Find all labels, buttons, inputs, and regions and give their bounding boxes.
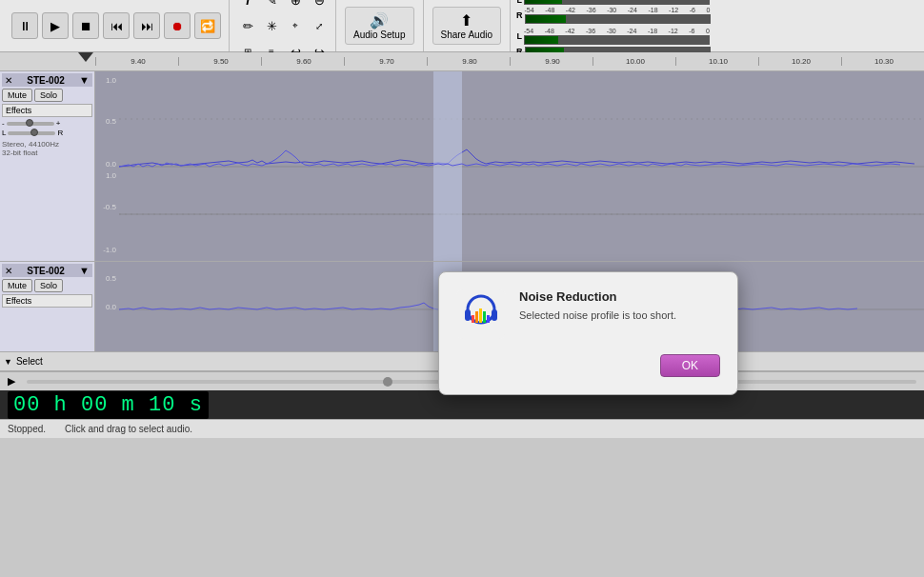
vu-r-label: R	[516, 10, 523, 20]
track-2-close-icon[interactable]: ✕	[5, 266, 12, 276]
svg-rect-22	[483, 311, 486, 323]
track-2-solo-button[interactable]: Solo	[34, 279, 63, 292]
audacity-icon	[456, 289, 506, 339]
dialog-text-area: Noise Reduction Selected noise profile i…	[519, 289, 676, 321]
track-1-effects-button[interactable]: Effects	[2, 104, 92, 117]
ruler-mark: 9.40	[95, 57, 178, 66]
dialog-title: Noise Reduction	[519, 289, 676, 304]
vu-l2-label: L	[517, 31, 523, 41]
ruler-mark: 10.20	[758, 57, 841, 66]
share-audio-label: Share Audio	[441, 30, 493, 40]
svg-rect-21	[479, 308, 482, 323]
track-1-info: Stereo, 44100Hz 32-bit float	[2, 140, 92, 157]
collapse-icon[interactable]: ▼	[4, 357, 12, 367]
timeline-ruler[interactable]: 9.40 9.50 9.60 9.70 9.80 9.90 10.00 10.1…	[0, 52, 924, 71]
ruler-mark: 10.30	[841, 57, 924, 66]
zoom-fit-button[interactable]: ⤢	[308, 14, 331, 37]
playhead-marker	[78, 52, 93, 62]
track-1-volume-slider[interactable]	[7, 122, 54, 126]
ruler-mark: 9.80	[427, 57, 510, 66]
record-button[interactable]: ⏺	[164, 12, 191, 39]
track-1-pan-slider[interactable]	[8, 131, 55, 135]
audio-setup-group: 🔊 Audio Setup	[336, 0, 424, 51]
track-1-header: ✕ STE-002 ▼ Mute Solo Effects - + L R St…	[0, 71, 95, 261]
draw-tool-button[interactable]: ✎	[260, 0, 283, 11]
play-button[interactable]: ▶	[42, 12, 69, 39]
track-1-buttons: Mute Solo	[2, 89, 92, 102]
track-2-header: ✕ STE-002 ▼ Mute Solo Effects	[0, 262, 95, 351]
text-tool-button[interactable]: I	[236, 0, 259, 11]
zoom-in-button[interactable]: ⊕	[284, 0, 307, 11]
svg-rect-17	[465, 309, 471, 321]
multitool-button[interactable]: ✳	[260, 14, 283, 37]
select-label[interactable]: Select	[16, 356, 43, 367]
track-1-mute-button[interactable]: Mute	[2, 89, 32, 102]
skip-fwd-button[interactable]: ⏭	[133, 12, 160, 39]
track-1: ✕ STE-002 ▼ Mute Solo Effects - + L R St…	[0, 71, 924, 262]
track-1-close-icon[interactable]: ✕	[5, 75, 12, 86]
status-bar: Stopped. Click and drag to select audio.	[0, 419, 924, 438]
play-bottom-button[interactable]: ▶	[4, 374, 19, 388]
track-1-pan-row: L R	[2, 129, 92, 137]
track-1-solo-button[interactable]: Solo	[34, 89, 63, 102]
skip-back-button[interactable]: ⏮	[103, 12, 130, 39]
share-audio-button[interactable]: ⬆ Share Audio	[432, 7, 502, 45]
svg-rect-19	[472, 315, 474, 323]
track-1-bit-depth: 32-bit float	[2, 149, 92, 157]
app-icon-svg	[457, 290, 505, 338]
track-1-title-bar: ✕ STE-002 ▼	[2, 73, 92, 87]
track-1-waveform[interactable]: 1.0 0.5 0.0 -0.5 -1.0 1.0	[95, 71, 924, 261]
time-display: 00 h 00 m 10 s	[8, 391, 209, 419]
track-1-sample-rate: Stereo, 44100Hz	[2, 140, 92, 149]
scroll-thumb[interactable]	[383, 377, 392, 387]
svg-text:1.0: 1.0	[106, 76, 117, 85]
svg-rect-0	[95, 71, 924, 261]
track-2-title-bar: ✕ STE-002 ▼	[2, 264, 92, 277]
svg-text:0.5: 0.5	[106, 117, 117, 126]
dialog-message: Selected noise profile is too short.	[519, 309, 676, 321]
svg-rect-20	[475, 311, 478, 323]
pause-button[interactable]: ⏸	[11, 12, 38, 39]
ruler-mark: 9.60	[261, 57, 344, 66]
svg-text:1.0: 1.0	[106, 171, 117, 180]
stop-button[interactable]: ⏹	[72, 12, 99, 39]
audio-setup-label: Audio Setup	[353, 30, 406, 40]
status-left: Stopped.	[8, 424, 46, 434]
zoom-out-button[interactable]: ⊖	[308, 0, 331, 11]
transport-group: ⏸ ▶ ⏹ ⏮ ⏭ ⏺ 🔁	[4, 0, 230, 51]
svg-text:0.0: 0.0	[106, 303, 117, 311]
noise-reduction-dialog: Noise Reduction Selected noise profile i…	[438, 271, 738, 395]
zoom-sel-button[interactable]: ⌖	[284, 14, 307, 37]
track-2-buttons: Mute Solo	[2, 279, 92, 292]
audio-setup-button[interactable]: 🔊 Audio Setup	[345, 7, 414, 45]
track-2-mute-button[interactable]: Mute	[2, 279, 32, 292]
svg-rect-23	[487, 315, 490, 323]
track-1-volume-row: - +	[2, 119, 92, 128]
loop-button[interactable]: 🔁	[194, 12, 221, 39]
svg-text:0.5: 0.5	[106, 274, 117, 283]
vu-meters-group: L R -54-48-42-36-30-24-18-12-60 L -54-48…	[511, 0, 716, 51]
dialog-content: Noise Reduction Selected noise profile i…	[456, 289, 720, 339]
track-1-waveform-svg: 1.0 0.5 0.0 -0.5 -1.0 1.0	[95, 71, 924, 261]
share-audio-group: ⬆ Share Audio	[424, 0, 512, 51]
svg-rect-18	[492, 309, 497, 321]
dialog-ok-button[interactable]: OK	[660, 354, 720, 377]
ruler-mark: 10.10	[675, 57, 758, 66]
svg-text:-0.5: -0.5	[103, 203, 116, 211]
pencil-tool-button[interactable]: ✏	[236, 14, 259, 37]
track-1-name: STE-002	[27, 75, 64, 86]
ruler-mark: 9.70	[344, 57, 427, 66]
vu-l-label: L	[517, 0, 523, 5]
status-right: Click and drag to select audio.	[65, 424, 192, 434]
ruler-mark: 9.50	[178, 57, 261, 66]
ruler-mark: 9.90	[510, 57, 593, 66]
tools-group: I ✎ ⊕ ⊖ ✏ ✳ ⌖ ⤢ ⊞ ≡ ↩ ↪	[230, 0, 336, 51]
dialog-buttons: OK	[456, 354, 720, 377]
track-1-dropdown-icon[interactable]: ▼	[79, 74, 90, 86]
svg-text:0.0: 0.0	[106, 160, 117, 169]
track-2-dropdown-icon[interactable]: ▼	[79, 265, 90, 276]
ruler-mark: 10.00	[593, 57, 675, 66]
track-2-name: STE-002	[27, 266, 64, 276]
track-2-effects-button[interactable]: Effects	[2, 294, 92, 308]
toolbar: ⏸ ▶ ⏹ ⏮ ⏭ ⏺ 🔁 I ✎ ⊕ ⊖ ✏ ✳ ⌖ ⤢ ⊞ ≡ ↩ ↪ 🔊 …	[0, 0, 924, 52]
